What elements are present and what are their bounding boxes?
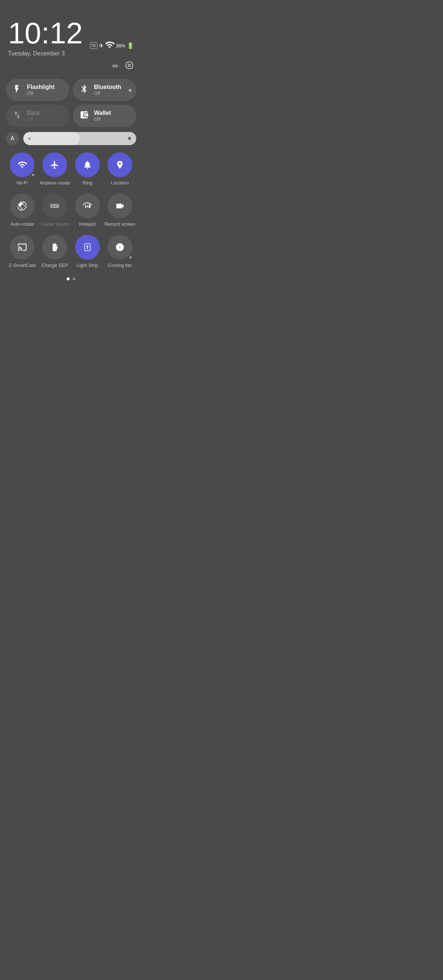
coolingfan-circle: ◀: [108, 235, 132, 259]
gamespace-label: Game Space: [41, 221, 68, 228]
auto-brightness-button[interactable]: A: [6, 132, 19, 145]
location-circle: [108, 153, 132, 177]
edit-icon[interactable]: ✏: [112, 62, 119, 71]
chargesep-label: Charge SEP: [41, 262, 68, 269]
airplane-circle: [42, 153, 67, 177]
wallet-label: Wallet: [94, 110, 111, 116]
data-status: Off: [27, 116, 40, 122]
clock-time: 10:12: [8, 18, 83, 48]
page-dot-1: [67, 277, 70, 280]
data-tile[interactable]: Data Off: [6, 105, 69, 127]
gamespace-circle: [42, 194, 67, 218]
bluetooth-arrow: ◀: [128, 88, 131, 92]
autorotate-circle: [10, 194, 35, 218]
wallet-icon: [79, 110, 89, 122]
hotspot-circle: [75, 194, 100, 218]
zsmartcast-toggle[interactable]: Z-SmartCast: [6, 235, 39, 269]
coolingfan-label: Cooling fan: [108, 262, 132, 269]
brightness-control: A ✦ ✦: [0, 127, 142, 145]
wifi-circle: ◀: [10, 153, 35, 177]
brightness-fill: [23, 132, 80, 145]
bluetooth-label: Bluetooth: [94, 84, 121, 91]
settings-icon[interactable]: [125, 60, 134, 72]
ring-circle: [75, 153, 100, 177]
airplane-toggle[interactable]: Airplane mode: [39, 153, 71, 186]
location-toggle[interactable]: Location: [104, 153, 137, 186]
bluetooth-icon: [79, 84, 89, 96]
hotspot-toggle[interactable]: Hotspot: [71, 194, 104, 228]
icon-grid: ◀ Wi-Fi Airplane mode Ring Location Auto…: [0, 145, 142, 269]
recordscreen-label: Record screen: [105, 221, 135, 228]
bluetooth-status: Off: [94, 91, 121, 96]
battery-percent: 38%: [116, 43, 125, 48]
brightness-high-icon: ✦: [126, 134, 133, 143]
wallet-status: Off: [94, 116, 111, 122]
time-section: 10:12 Tuesday, December 3 NI ✈ 38% 🔋: [0, 0, 142, 57]
lightstrip-circle: [75, 235, 100, 259]
wallet-tile[interactable]: Wallet Off: [73, 105, 136, 127]
zsmartcast-label: Z-SmartCast: [9, 262, 36, 269]
ring-toggle[interactable]: Ring: [71, 153, 104, 186]
wifi-icon: [105, 40, 114, 51]
page-indicator: [0, 269, 142, 288]
battery-icon: 🔋: [127, 42, 134, 49]
wifi-toggle-label: Wi-Fi: [17, 180, 28, 186]
bluetooth-tile[interactable]: Bluetooth Off ◀: [73, 79, 136, 101]
wifi-arrow: ◀: [31, 173, 34, 177]
recordscreen-circle: [108, 194, 132, 218]
flashlight-icon: [13, 84, 22, 96]
flashlight-status: Off: [27, 91, 55, 96]
brightness-slider[interactable]: ✦ ✦: [23, 132, 136, 145]
status-bar: NI ✈ 38% 🔋: [90, 40, 134, 51]
autorotate-toggle[interactable]: Auto-rotate: [6, 194, 39, 228]
hotspot-label: Hotspot: [79, 221, 95, 228]
airplane-icon: ✈: [99, 42, 103, 49]
flashlight-label: Flashlight: [27, 84, 55, 91]
chargesep-toggle[interactable]: Charge SEP: [39, 235, 71, 269]
clock-date: Tuesday, December 3: [8, 50, 83, 57]
recordscreen-toggle[interactable]: Record screen: [104, 194, 137, 228]
zsmartcast-circle: [10, 235, 35, 259]
brightness-low-icon: ✦: [27, 135, 32, 142]
lightstrip-toggle[interactable]: Light Strip: [71, 235, 104, 269]
autorotate-label: Auto-rotate: [11, 221, 34, 228]
flashlight-tile[interactable]: Flashlight Off: [6, 79, 69, 101]
nfc-icon: NI: [90, 42, 97, 49]
gamespace-toggle[interactable]: Game Space: [39, 194, 71, 228]
ring-toggle-label: Ring: [83, 180, 92, 186]
location-toggle-label: Location: [111, 180, 129, 186]
data-label: Data: [27, 110, 40, 116]
data-icon: [13, 110, 22, 122]
header-actions: ✏: [0, 57, 142, 72]
airplane-toggle-label: Airplane mode: [39, 180, 70, 186]
chargesep-circle: [42, 235, 67, 259]
page-dot-2: [73, 277, 75, 280]
coolingfan-arrow: ◀: [129, 255, 132, 259]
lightstrip-label: Light Strip: [76, 262, 98, 269]
wifi-toggle[interactable]: ◀ Wi-Fi: [6, 153, 39, 186]
quick-tiles: Flashlight Off Bluetooth Off ◀ Data Off …: [0, 72, 142, 127]
coolingfan-toggle[interactable]: ◀ Cooling fan: [104, 235, 137, 269]
